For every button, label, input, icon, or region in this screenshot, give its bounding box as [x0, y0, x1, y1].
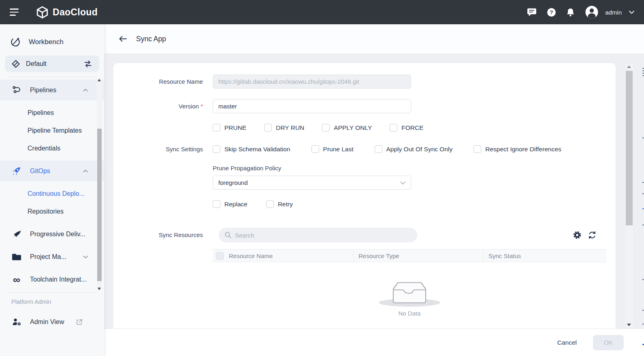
scroll-down-arrow[interactable] — [627, 324, 631, 326]
folder-icon — [11, 252, 22, 262]
required-asterisk: * — [200, 103, 203, 110]
sidebar-item-workbench[interactable]: Workbench — [0, 32, 104, 52]
checkbox-respect-ignore-differences[interactable]: Respect Ignore Differences — [473, 145, 561, 153]
refresh-icon — [588, 231, 597, 239]
sync-settings-label: Sync Settings — [113, 146, 213, 153]
scrollbar-thumb[interactable] — [97, 129, 102, 281]
prune-propagation-policy-label: Prune Propagation Policy — [213, 165, 281, 172]
chat-icon — [527, 8, 537, 17]
question-mark-icon: ? — [547, 8, 556, 17]
sidebar-item-continuous-deployment[interactable]: Continuous Deplo... — [0, 185, 104, 203]
checkbox-box[interactable] — [266, 200, 274, 208]
user-menu-caret[interactable] — [629, 11, 634, 14]
back-button[interactable] — [118, 36, 127, 42]
checkbox-dry-run[interactable]: DRY RUN — [264, 124, 304, 131]
item-label: Project Ma... — [30, 253, 66, 261]
sidebar-item-admin-view[interactable]: Admin View — [0, 311, 104, 333]
group-label: GitOps — [30, 167, 50, 175]
daocloud-cube-icon — [36, 6, 49, 19]
sidebar-item-credentials[interactable]: Credentials — [0, 140, 104, 157]
checkbox-box[interactable] — [390, 124, 397, 131]
avatar — [585, 5, 599, 19]
main-content: Sync App Resource Name Version* PRUNE DR… — [104, 24, 644, 356]
empty-text: No Data — [398, 310, 420, 317]
menu-toggle-button[interactable] — [10, 8, 19, 15]
column-header: Resource Type — [353, 250, 483, 262]
checkbox-retry[interactable]: Retry — [266, 200, 293, 208]
checkbox-prune[interactable]: PRUNE — [213, 124, 246, 131]
admin-user-icon — [11, 317, 22, 327]
chevron-down-icon — [83, 256, 88, 259]
swap-icon — [83, 60, 93, 68]
resources-table-header: Resource Name Resource Type Sync Status — [213, 249, 606, 262]
content-scrollbar[interactable] — [625, 64, 633, 328]
sidebar-item-toolchain-integration[interactable]: ∞ Toolchain Integrat... — [0, 268, 104, 291]
checkbox-force[interactable]: FORCE — [390, 124, 423, 131]
version-label: Version* — [113, 103, 213, 110]
prune-policy-select-row: foreground — [113, 176, 616, 190]
external-link-icon — [76, 319, 83, 325]
prune-propagation-policy-select[interactable]: foreground — [213, 176, 411, 190]
form-footer: Cancel OK — [104, 328, 644, 356]
checkbox-box[interactable] — [311, 145, 319, 153]
sidebar-item-project-management[interactable]: Project Ma... — [0, 246, 104, 268]
svg-text:?: ? — [550, 9, 553, 15]
search-input[interactable] — [235, 232, 412, 239]
sidebar-item-progressive-delivery[interactable]: Progressive Deliv... — [0, 223, 104, 246]
checkbox-apply-out-of-sync-only[interactable]: Apply Out Of Sync Only — [375, 145, 453, 153]
scroll-region: Resource Name Version* PRUNE DRY RUN APP… — [104, 54, 644, 328]
version-input[interactable] — [213, 99, 411, 113]
sidebar-item-pipeline-templates[interactable]: Pipeline Templates — [0, 122, 104, 140]
pipelines-icon — [11, 85, 22, 95]
sync-app-form-card: Resource Name Version* PRUNE DRY RUN APP… — [113, 63, 616, 328]
workspace-selector[interactable]: Default — [5, 55, 99, 72]
checkbox-box[interactable] — [213, 145, 220, 153]
bell-icon — [566, 8, 575, 17]
checkbox-box[interactable] — [322, 124, 330, 131]
scroll-up-arrow[interactable] — [98, 79, 101, 81]
checkbox-skip-schema-validation[interactable]: Skip Schema Validation — [213, 145, 290, 153]
top-navbar: DaoCloud ? — [0, 0, 644, 24]
checkbox-box[interactable] — [213, 124, 220, 131]
refresh-button[interactable] — [588, 231, 597, 239]
sidebar-group-gitops[interactable]: GitOps — [0, 161, 104, 181]
resource-name-input — [213, 74, 411, 89]
cancel-button[interactable]: Cancel — [552, 336, 582, 350]
sidebar-item-pipelines[interactable]: Pipelines — [0, 104, 104, 122]
notifications-button[interactable] — [566, 8, 575, 17]
column-header: Sync Status — [483, 250, 606, 262]
sidebar-scrollbar[interactable] — [97, 78, 102, 291]
checkbox-box[interactable] — [213, 200, 220, 208]
prune-policy-label-row: Prune Propagation Policy — [113, 165, 616, 172]
user-name: admin — [605, 9, 622, 16]
help-button[interactable]: ? — [547, 8, 556, 17]
checkbox-box[interactable] — [473, 145, 481, 153]
search-icon — [224, 231, 232, 239]
flags-row: PRUNE DRY RUN APPLY ONLY FORCE — [113, 124, 616, 131]
resource-name-label: Resource Name — [113, 78, 213, 85]
column-settings-button[interactable] — [573, 231, 582, 239]
column-header: Resource Name — [229, 252, 273, 259]
item-label: Toolchain Integrat... — [30, 276, 87, 283]
sync-resources-row: Sync Resources — [113, 228, 616, 262]
gear-icon — [573, 231, 582, 239]
scroll-up-arrow[interactable] — [627, 66, 631, 68]
resource-search[interactable] — [219, 228, 417, 242]
brand-logo[interactable]: DaoCloud — [36, 6, 98, 19]
checkbox-apply-only[interactable]: APPLY ONLY — [322, 124, 372, 131]
scroll-down-arrow[interactable] — [98, 288, 101, 290]
switch-workspace-button[interactable] — [83, 60, 93, 68]
select-all-checkbox[interactable] — [216, 252, 224, 260]
sidebar-item-repositories[interactable]: Repositories — [0, 203, 104, 220]
sync-resources-label: Sync Resources — [113, 228, 213, 238]
sidebar-group-pipelines[interactable]: Pipelines — [0, 80, 104, 100]
checkbox-box[interactable] — [264, 124, 272, 131]
messages-button[interactable] — [527, 8, 537, 17]
user-menu[interactable] — [585, 5, 599, 19]
ok-button[interactable]: OK — [593, 335, 624, 350]
checkbox-prune-last[interactable]: Prune Last — [311, 145, 354, 153]
scrollbar-thumb[interactable] — [626, 71, 633, 225]
checkbox-replace[interactable]: Replace — [213, 200, 247, 208]
checkbox-box[interactable] — [375, 145, 382, 153]
page-title: Sync App — [136, 35, 166, 43]
